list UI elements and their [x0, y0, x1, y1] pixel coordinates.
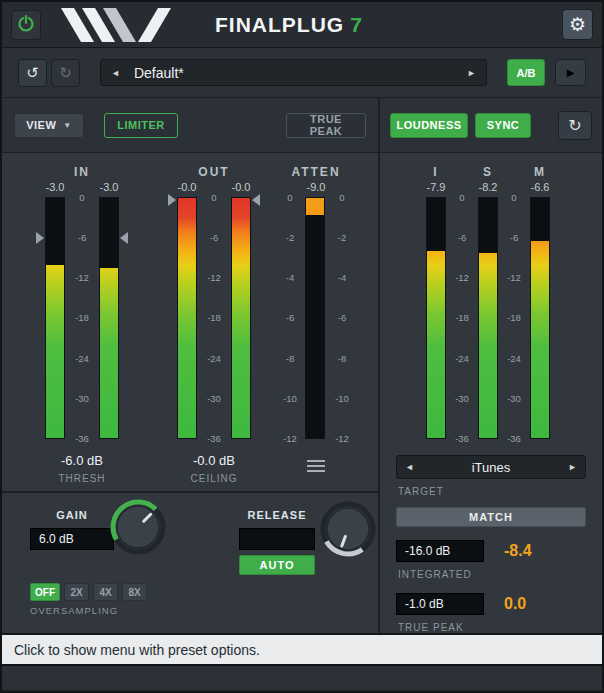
meter-tick: -36 [455, 434, 469, 443]
status-bar: Click to show menu with preset options. [2, 633, 602, 664]
meter-tick: -36 [75, 434, 89, 443]
meter-tick: -24 [75, 354, 89, 363]
loudness-toggle-button[interactable]: LOUDNESS [390, 113, 468, 138]
meter-mask [100, 198, 118, 268]
ab-compare-button[interactable]: A/B [507, 59, 545, 86]
preset-selector[interactable]: ◄ Default* ► [100, 59, 487, 86]
undo-button[interactable]: ↺ [18, 59, 47, 87]
atten-menu-cell [277, 453, 355, 484]
gain-knob[interactable] [110, 499, 166, 559]
thresh-value[interactable]: -6.0 dB [45, 453, 119, 468]
meter-tick: -4 [338, 273, 346, 282]
atten-fill [306, 198, 324, 215]
settings-button[interactable]: ⚙ [562, 9, 593, 40]
oversampling-buttons: OFF 2X 4X 8X [30, 583, 147, 601]
oversampling-4x-button[interactable]: 4X [93, 583, 118, 601]
thresh-cell: -6.0 dB THRESH [45, 453, 119, 484]
in-meter-group: IN -3.0 -3.0 0-6-12-18-24-30-36 [45, 165, 119, 443]
out-meter-right [231, 197, 251, 439]
power-button[interactable] [11, 10, 41, 40]
meter-tick: -12 [507, 273, 521, 282]
meter-scale: 0-6-12-18-24-30-36 [448, 193, 476, 443]
view-button-label: VIEW [26, 119, 56, 131]
integrated-readout: -8.4 [504, 542, 532, 560]
meter-tick: -10 [335, 394, 349, 403]
threshold-marker[interactable] [120, 232, 128, 244]
toolbar-left: VIEW ▼ LIMITER TRUE PEAK [2, 98, 380, 152]
chevron-down-icon: ▼ [63, 121, 71, 130]
preset-name[interactable]: Default* [120, 65, 467, 81]
integrated-row: -16.0 dB -8.4 [396, 540, 586, 562]
oversampling-8x-button[interactable]: 8X [122, 583, 147, 601]
meter-scale: 0-6-12-18-24-30-36 [200, 193, 228, 443]
meter-tick: -12 [335, 434, 349, 443]
view-button[interactable]: VIEW ▼ [14, 113, 84, 138]
auto-release-button[interactable]: AUTO [239, 555, 315, 575]
toolbar: VIEW ▼ LIMITER TRUE PEAK LOUDNESS SYNC ↻ [2, 98, 602, 153]
oversampling-off-button[interactable]: OFF [30, 583, 60, 601]
toolbar-right: LOUDNESS SYNC ↻ [380, 98, 602, 152]
meter-tick: 0 [79, 193, 84, 202]
meter-tick: -30 [75, 394, 89, 403]
meter-tick: -24 [207, 354, 221, 363]
preset-prev-icon[interactable]: ◄ [111, 68, 120, 78]
meter-tick: 0 [511, 193, 516, 202]
ceiling-value[interactable]: -0.0 dB [177, 453, 251, 468]
release-field[interactable] [239, 528, 315, 550]
atten-menu-button[interactable] [303, 456, 329, 476]
true-peak-toggle-button[interactable]: TRUE PEAK [286, 113, 366, 138]
gain-label: GAIN [30, 509, 114, 521]
s-meter [478, 197, 498, 439]
shortterm-meter-label: S [478, 165, 498, 181]
ceiling-marker[interactable] [168, 194, 176, 206]
oversampling-2x-button[interactable]: 2X [64, 583, 89, 601]
target-selector[interactable]: ◄ iTunes ► [396, 455, 586, 479]
meter-tick: -36 [207, 434, 221, 443]
plugin-version: 7 [350, 13, 363, 36]
meter-tick: 0 [459, 193, 464, 202]
menu-icon [307, 460, 325, 462]
meter-tick: 0 [287, 193, 292, 202]
meter-tick: -6 [286, 313, 294, 322]
main-area: IN -3.0 -3.0 0-6-12-18-24-30-36 [2, 153, 602, 633]
preset-next-icon[interactable]: ► [467, 68, 476, 78]
meter-tick: -12 [455, 273, 469, 282]
loudness-meter-group: I S M -7.9 -8.2 -6.6 0-6-12-18-24-30-36 … [426, 165, 586, 443]
meter-tick: -18 [455, 313, 469, 322]
thresh-label: THRESH [45, 473, 119, 484]
release-knob[interactable] [320, 501, 376, 561]
target-prev-icon[interactable]: ◄ [405, 462, 414, 472]
true-peak-target-field[interactable]: -1.0 dB [396, 593, 484, 615]
redo-button[interactable]: ↻ [51, 59, 80, 87]
meter-tick: -12 [283, 434, 297, 443]
meter-tick: -6 [210, 233, 218, 242]
limiter-toggle-button[interactable]: LIMITER [104, 113, 178, 138]
meter-tick: -12 [75, 273, 89, 282]
atten-reading: -9.0 [305, 181, 327, 197]
meter-tick: -6 [78, 233, 86, 242]
target-value[interactable]: iTunes [414, 460, 568, 475]
target-next-icon[interactable]: ► [568, 462, 577, 472]
atten-meter-group: ATTEN -9.0 0-2-4-6-8-10-12 0-2-4-6-8-10-… [277, 165, 355, 443]
in-meter-right [99, 197, 119, 439]
title-bar: FINALPLUG7 ⚙ [2, 2, 602, 48]
loudness-section: I S M -7.9 -8.2 -6.6 0-6-12-18-24-30-36 … [380, 153, 602, 633]
ceiling-marker[interactable] [252, 194, 260, 206]
reset-meters-button[interactable]: ↻ [558, 111, 592, 140]
power-icon [17, 14, 35, 35]
meter-mask [479, 198, 497, 253]
bottom-strip [2, 664, 602, 693]
gain-field[interactable]: 6.0 dB [30, 528, 114, 550]
threshold-marker[interactable] [36, 232, 44, 244]
preset-advance-button[interactable]: ▶ [555, 59, 586, 86]
integrated-target-field[interactable]: -16.0 dB [396, 540, 484, 562]
plugin-title: FINALPLUG7 [215, 13, 363, 37]
meter-tick: -36 [507, 434, 521, 443]
meter-tick: -24 [507, 354, 521, 363]
menu-icon [307, 465, 325, 467]
sync-toggle-button[interactable]: SYNC [475, 113, 531, 138]
meter-tick: -18 [75, 313, 89, 322]
match-button[interactable]: MATCH [396, 507, 586, 527]
i-meter [426, 197, 446, 439]
oversampling-label: OVERSAMPLING [30, 605, 118, 616]
